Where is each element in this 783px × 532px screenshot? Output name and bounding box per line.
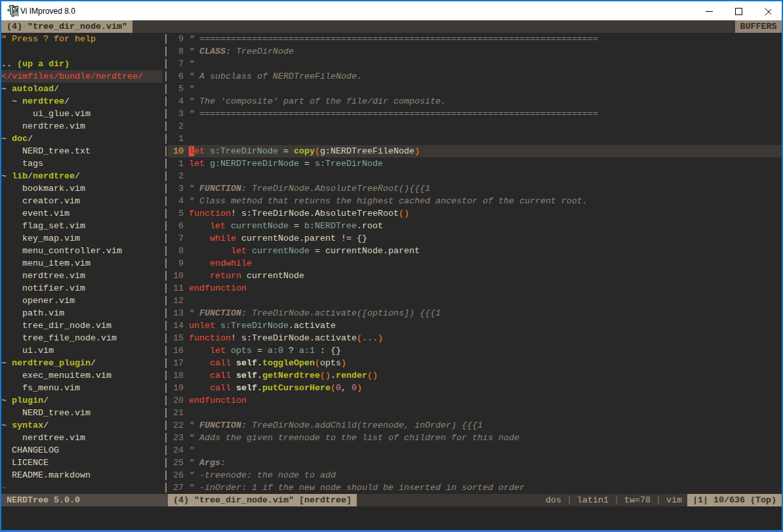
svg-text:im: im (12, 10, 19, 17)
